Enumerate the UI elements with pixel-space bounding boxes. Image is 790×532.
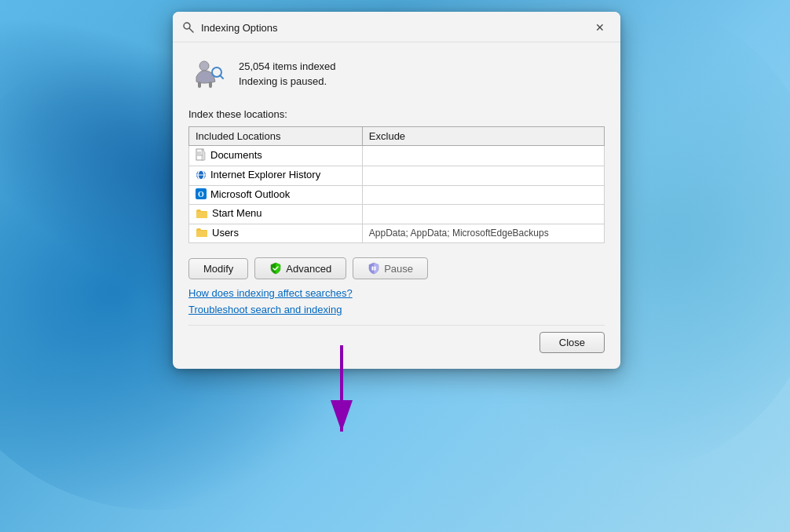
buttons-section: Modify Advanced Pause <box>188 251 605 282</box>
dialog-icon <box>182 21 195 34</box>
troubleshoot-link[interactable]: Troubleshoot search and indexing <box>188 304 605 315</box>
svg-rect-18 <box>375 267 376 271</box>
dialog-body: 25,054 items indexed Indexing is paused.… <box>173 42 620 369</box>
col-header-exclude: Exclude <box>362 127 604 146</box>
close-row: Close <box>188 325 605 356</box>
svg-text:O: O <box>198 190 204 199</box>
pause-shield-icon <box>368 262 380 275</box>
advanced-shield-icon <box>269 262 282 275</box>
table-row[interactable]: Documents <box>189 146 605 166</box>
svg-point-2 <box>199 61 209 71</box>
table-cell-name: Users <box>189 224 363 243</box>
svg-point-0 <box>184 23 190 29</box>
table-cell-exclude <box>362 185 604 205</box>
locations-table: Included Locations Exclude DocumentsInte… <box>188 126 605 243</box>
folder-icon <box>196 227 208 238</box>
folder-icon <box>196 208 208 219</box>
indexing-options-dialog: Indexing Options ✕ 25,054 items indexed … <box>173 12 620 369</box>
modify-button[interactable]: Modify <box>188 258 248 279</box>
status-section: 25,054 items indexed Indexing is paused. <box>188 55 605 93</box>
table-row[interactable]: Start Menu <box>189 205 605 224</box>
table-cell-exclude <box>362 205 604 224</box>
table-cell-name: Start Menu <box>189 205 363 224</box>
dialog-close-button[interactable]: ✕ <box>589 20 611 35</box>
doc-icon <box>196 148 207 161</box>
svg-rect-17 <box>372 267 374 271</box>
items-indexed-label: 25,054 items indexed <box>239 60 336 72</box>
advanced-label: Advanced <box>286 263 331 275</box>
table-cell-name: Documents <box>189 146 363 166</box>
status-text-container: 25,054 items indexed Indexing is paused. <box>239 60 336 87</box>
dialog-title: Indexing Options <box>201 22 278 34</box>
indexing-status-label: Indexing is paused. <box>239 75 336 87</box>
table-cell-name: OMicrosoft Outlook <box>189 185 363 205</box>
svg-rect-4 <box>209 82 212 88</box>
pause-label: Pause <box>384 263 413 275</box>
ie-icon <box>196 169 207 180</box>
table-row[interactable]: UsersAppData; AppData; MicrosoftEdgeBack… <box>189 224 605 243</box>
title-bar: Indexing Options ✕ <box>173 12 620 42</box>
title-bar-left: Indexing Options <box>182 21 278 34</box>
advanced-button[interactable]: Advanced <box>254 257 346 279</box>
how-does-indexing-link[interactable]: How does indexing affect searches? <box>188 287 605 299</box>
svg-line-6 <box>220 75 223 78</box>
table-row[interactable]: Internet Explorer History <box>189 166 605 186</box>
outlook-icon: O <box>196 188 207 199</box>
col-header-included: Included Locations <box>189 127 363 146</box>
table-cell-exclude <box>362 146 604 166</box>
links-section: How does indexing affect searches? Troub… <box>188 282 605 322</box>
svg-rect-3 <box>198 82 201 88</box>
pause-button[interactable]: Pause <box>353 257 428 279</box>
table-row[interactable]: OMicrosoft Outlook <box>189 185 605 205</box>
table-cell-exclude: AppData; AppData; MicrosoftEdgeBackups <box>362 224 604 243</box>
table-cell-name: Internet Explorer History <box>189 166 363 186</box>
close-dialog-button[interactable]: Close <box>539 332 605 353</box>
locations-label: Index these locations: <box>188 108 605 120</box>
svg-line-1 <box>190 29 194 33</box>
indexing-status-icon <box>188 55 226 93</box>
svg-marker-8 <box>202 149 205 160</box>
table-cell-exclude <box>362 166 604 186</box>
